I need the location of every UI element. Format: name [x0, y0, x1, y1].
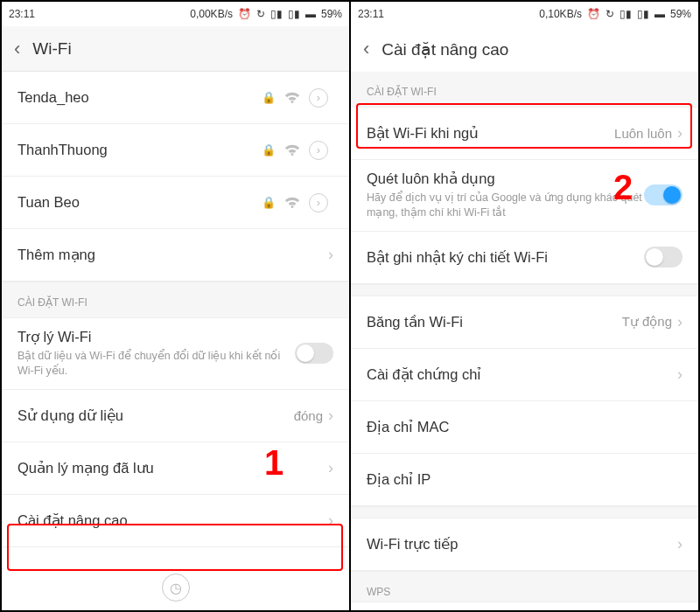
saved-networks-label: Quản lý mạng đã lưu — [18, 460, 328, 476]
keep-wifi-on-sleep-label: Bật Wi-Fi khi ngủ — [367, 125, 614, 142]
ip-address-row: Địa chỉ IP — [351, 454, 698, 506]
advanced-settings-label: Cài đặt nâng cao — [18, 512, 328, 529]
section-gap — [351, 284, 698, 296]
signal-icon: ▯▮ — [637, 8, 649, 20]
wifi-icon — [284, 144, 300, 156]
data-usage-value: đóng — [294, 408, 323, 423]
saved-networks-row[interactable]: Quản lý mạng đã lưu › — [2, 442, 349, 495]
battery-icon: ▬ — [305, 8, 316, 20]
wifi-network-row[interactable]: ThanhThuong 🔒 › — [2, 124, 349, 177]
wifi-network-name: Tenda_heo — [18, 89, 262, 106]
status-bar: 23:11 0,10KB/s ⏰ ↻ ▯▮ ▯▮ ▬ 59% — [351, 2, 698, 26]
chevron-right-icon: › — [677, 535, 682, 553]
scanning-always-sub: Hãy để dịch vụ vị trí của Google và ứng … — [367, 191, 644, 220]
scanning-always-toggle[interactable] — [644, 184, 682, 205]
wifi-network-row[interactable]: Tenda_heo 🔒 › — [2, 72, 349, 124]
data-usage-row[interactable]: Sử dụng dữ liệu đóng › — [2, 390, 349, 442]
left-pane: 23:11 0,00KB/s ⏰ ↻ ▯▮ ▯▮ ▬ 59% ‹ Wi-Fi T… — [2, 2, 349, 610]
mac-address-row: Địa chỉ MAC — [351, 401, 698, 454]
status-battery-pct: 59% — [670, 8, 691, 20]
chevron-right-icon: › — [677, 365, 682, 384]
lock-icon: 🔒 — [262, 143, 276, 156]
keep-wifi-on-sleep-value: Luôn luôn — [614, 126, 672, 141]
verbose-logging-row[interactable]: Bật ghi nhật ký chi tiết Wi-Fi — [351, 232, 698, 284]
wifi-band-label: Băng tần Wi-Fi — [367, 314, 622, 330]
sync-icon: ↻ — [256, 8, 265, 20]
wifi-assistant-title: Trợ lý Wi-Fi — [18, 329, 295, 345]
status-battery-pct: 59% — [321, 8, 342, 20]
page-title: Wi-Fi — [32, 39, 71, 59]
verbose-logging-toggle[interactable] — [644, 247, 682, 268]
scanning-always-row[interactable]: Quét luôn khả dụng Hãy để dịch vụ vị trí… — [351, 160, 698, 232]
back-icon[interactable]: ‹ — [14, 38, 20, 60]
wifi-assistant-sub: Bật dữ liệu và Wi-Fi để chuyển đổi dữ li… — [18, 349, 295, 379]
lock-icon: 🔒 — [262, 196, 276, 209]
chevron-right-icon: › — [328, 511, 333, 530]
lock-icon: 🔒 — [262, 91, 276, 104]
chevron-right-icon[interactable]: › — [309, 88, 328, 108]
battery-icon: ▬ — [654, 8, 665, 20]
wifi-direct-row[interactable]: Wi-Fi trực tiếp › — [351, 518, 698, 571]
scanning-always-title: Quét luôn khả dụng — [367, 170, 644, 187]
back-icon[interactable]: ‹ — [363, 38, 369, 60]
status-time: 23:11 — [9, 8, 35, 20]
signal-icon: ▯▮ — [270, 8, 283, 20]
status-time: 23:11 — [358, 8, 384, 20]
wifi-band-value: Tự động — [622, 314, 672, 330]
wifi-icon — [284, 92, 300, 104]
right-pane: 23:11 0,10KB/s ⏰ ↻ ▯▮ ▯▮ ▬ 59% ‹ Cài đặt… — [351, 2, 698, 610]
install-cert-label: Cài đặt chứng chỉ — [367, 366, 677, 383]
mac-address-label: Địa chỉ MAC — [367, 419, 682, 435]
chevron-right-icon: › — [328, 459, 333, 477]
chevron-right-icon[interactable]: › — [309, 193, 328, 212]
wifi-assistant-toggle[interactable] — [295, 343, 333, 364]
status-bar: 23:11 0,00KB/s ⏰ ↻ ▯▮ ▯▮ ▬ 59% — [2, 2, 349, 26]
alarm-icon: ⏰ — [238, 8, 251, 20]
title-bar: ‹ Wi-Fi — [2, 26, 349, 72]
recent-apps-icon[interactable]: ◷ — [162, 574, 190, 602]
section-gap — [351, 506, 698, 518]
chevron-right-icon[interactable]: › — [309, 141, 328, 160]
wifi-network-name: Tuan Beo — [18, 194, 262, 211]
section-header-wifi-settings: CÀI ĐẶT WI-FI — [2, 282, 349, 318]
add-network-row[interactable]: Thêm mạng › — [2, 229, 349, 282]
signal-icon: ▯▮ — [288, 8, 300, 20]
section-header-wifi-settings: CÀI ĐẶT WI-FI — [351, 72, 698, 108]
verbose-logging-label: Bật ghi nhật ký chi tiết Wi-Fi — [367, 249, 644, 266]
wifi-network-name: ThanhThuong — [18, 142, 262, 158]
data-usage-label: Sử dụng dữ liệu — [18, 407, 294, 424]
status-netspeed: 0,10KB/s — [539, 8, 582, 20]
chevron-right-icon: › — [677, 313, 682, 331]
ip-address-label: Địa chỉ IP — [367, 471, 682, 488]
chevron-right-icon: › — [677, 124, 682, 143]
wifi-network-row[interactable]: Tuan Beo 🔒 › — [2, 177, 349, 229]
wifi-band-row[interactable]: Băng tần Wi-Fi Tự động › — [351, 296, 698, 349]
install-cert-row[interactable]: Cài đặt chứng chỉ › — [351, 349, 698, 401]
sync-icon: ↻ — [606, 8, 614, 20]
keep-wifi-on-sleep-row[interactable]: Bật Wi-Fi khi ngủ Luôn luôn › — [351, 108, 698, 160]
add-network-label: Thêm mạng — [18, 247, 328, 263]
status-netspeed: 0,00KB/s — [190, 8, 233, 20]
section-header-wps: WPS — [351, 571, 698, 602]
alarm-icon: ⏰ — [587, 8, 600, 20]
chevron-right-icon: › — [328, 246, 333, 264]
wifi-direct-label: Wi-Fi trực tiếp — [367, 536, 677, 553]
title-bar: ‹ Cài đặt nâng cao — [351, 26, 698, 72]
signal-icon: ▯▮ — [620, 8, 632, 20]
page-title: Cài đặt nâng cao — [382, 39, 508, 59]
wifi-icon — [284, 197, 300, 209]
advanced-settings-row[interactable]: Cài đặt nâng cao › — [2, 495, 349, 547]
chevron-right-icon: › — [328, 407, 333, 425]
wifi-assistant-row[interactable]: Trợ lý Wi-Fi Bật dữ liệu và Wi-Fi để chu… — [2, 318, 349, 390]
